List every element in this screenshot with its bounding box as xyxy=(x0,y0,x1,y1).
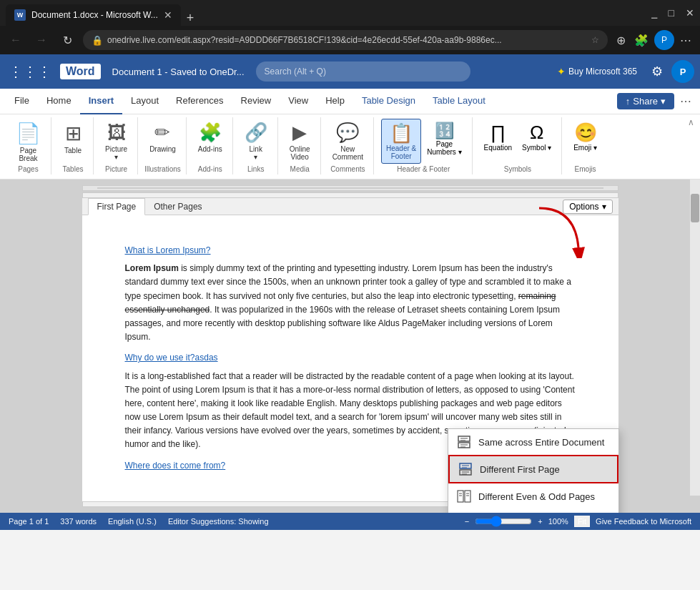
vertical-scrollbar[interactable] xyxy=(690,180,700,496)
same-doc-icon xyxy=(457,435,471,449)
heading2-link[interactable]: Why do we use it?asdas xyxy=(125,353,218,363)
forward-button[interactable]: → xyxy=(31,30,51,50)
tab-home[interactable]: Home xyxy=(38,89,80,114)
ribbon-group-header-footer: 📋 Header &Footer 🔢 PageNumbers ▾ Header … xyxy=(375,117,473,174)
user-avatar[interactable]: P xyxy=(671,60,694,83)
online-video-label: OnlineVideo xyxy=(290,145,310,161)
more-ribbon-icon[interactable]: ⋯ xyxy=(677,92,694,111)
word-favicon: W xyxy=(14,9,26,21)
office-search-input[interactable] xyxy=(256,62,470,82)
tab-references[interactable]: References xyxy=(167,89,232,114)
picture-group-label: Picture xyxy=(95,165,137,173)
more-tools-icon[interactable]: ⋯ xyxy=(677,31,694,50)
language-status: English (U.S.) xyxy=(108,517,157,526)
window-controls: ⎯ □ ✕ xyxy=(651,7,694,19)
options-btn-inner[interactable]: Options ▾ xyxy=(563,200,612,214)
even-odd-icon xyxy=(457,489,471,503)
para1-text: is simply dummy text of the printing and… xyxy=(125,263,571,300)
minimize-button[interactable]: ⎯ xyxy=(651,7,657,19)
picture-button[interactable]: 🖼 Picture▾ xyxy=(101,119,132,164)
share-button[interactable]: ↑ Share ▾ xyxy=(617,93,674,109)
equation-button[interactable]: ∏ Equation xyxy=(480,119,516,154)
options-chevron-icon: ▾ xyxy=(602,202,606,212)
drawing-button[interactable]: ✏ Drawing xyxy=(145,119,180,156)
options-label: Options xyxy=(569,202,598,212)
dropdown-item-diff-first[interactable]: Different First Page xyxy=(448,455,618,483)
svg-rect-13 xyxy=(458,491,463,502)
tab-review[interactable]: Review xyxy=(232,89,280,114)
header-footer-button[interactable]: 📋 Header &Footer xyxy=(381,119,421,164)
active-tab[interactable]: W Document 1.docx - Microsoft W... ✕ xyxy=(6,4,181,26)
page-break-button[interactable]: 📄 PageBreak xyxy=(11,119,45,165)
page-break-icon: 📄 xyxy=(16,122,41,145)
pages-group-label: Pages xyxy=(6,165,51,173)
link-button[interactable]: 🔗 Link▾ xyxy=(240,119,272,164)
scroll-thumb[interactable] xyxy=(691,194,699,222)
emoji-button[interactable]: 😊 Emoji ▾ xyxy=(569,119,601,154)
ribbon-expand-icon[interactable]: ∧ xyxy=(688,117,694,127)
ribbon-content: 📄 PageBreak Pages ⊞ Table Tables 🖼 Pictu xyxy=(0,114,700,179)
profile-icon[interactable]: P xyxy=(654,30,674,50)
symbol-icon: Ω xyxy=(530,122,543,144)
collections-icon[interactable]: ⊕ xyxy=(613,31,628,50)
tab-layout[interactable]: Layout xyxy=(122,89,167,114)
ribbon-group-links: 🔗 Link▾ Links xyxy=(235,117,278,174)
first-page-tab[interactable]: First Page xyxy=(88,198,146,215)
zoom-controls: − + 100% Fit Give Feedback to Microsoft xyxy=(465,516,691,527)
ribbon-group-pages: 📄 PageBreak Pages xyxy=(6,117,51,174)
fit-button[interactable]: Fit xyxy=(574,516,590,527)
heading1-link[interactable]: What is Lorem Ipsum? xyxy=(125,245,211,255)
options-button[interactable]: Options ▾ xyxy=(563,200,612,214)
dropdown-item-even-odd[interactable]: Different Even & Odd Pages xyxy=(448,483,618,509)
zoom-in-icon[interactable]: + xyxy=(538,517,542,526)
feedback-button[interactable]: Give Feedback to Microsoft xyxy=(596,517,691,526)
star-icon[interactable]: ☆ xyxy=(591,35,599,45)
back-button[interactable]: ← xyxy=(6,30,26,50)
browser-titlebar: W Document 1.docx - Microsoft W... ✕ + ⎯… xyxy=(0,0,700,26)
drawing-icon: ✏ xyxy=(154,122,170,144)
header-footer-icon: 📋 xyxy=(390,122,413,144)
tab-file[interactable]: File xyxy=(6,89,38,114)
tab-view[interactable]: View xyxy=(280,89,317,114)
other-pages-tab[interactable]: Other Pages xyxy=(145,199,210,215)
buy-microsoft-365-button[interactable]: ✦ Buy Microsoft 365 xyxy=(551,63,643,80)
picture-icon: 🖼 xyxy=(107,122,126,144)
close-button[interactable]: ✕ xyxy=(686,7,694,19)
symbol-button[interactable]: Ω Symbol ▾ xyxy=(518,119,556,154)
zoom-out-icon[interactable]: − xyxy=(465,517,469,526)
symbol-label: Symbol ▾ xyxy=(522,144,551,152)
new-tab-button[interactable]: + xyxy=(181,11,200,26)
ribbon-group-tables: ⊞ Table Tables xyxy=(53,117,94,174)
extensions-icon[interactable]: 🧩 xyxy=(631,31,651,50)
status-bar: Page 1 of 1 337 words English (U.S.) Edi… xyxy=(0,513,700,530)
tab-table-design[interactable]: Table Design xyxy=(353,89,424,114)
browser-addressbar: ← → ↻ 🔒 onedrive.live.com/edit.aspx?resi… xyxy=(0,26,700,54)
hf-tabs-row: First Page Other Pages Options ▾ xyxy=(82,198,618,215)
ribbon-group-comments: 💬 NewComment Comments xyxy=(322,117,374,174)
tab-close-btn[interactable]: ✕ xyxy=(164,9,172,21)
addins-button[interactable]: 🧩 Add-ins xyxy=(194,119,227,156)
zoom-slider[interactable] xyxy=(475,516,532,527)
word-logo[interactable]: Word xyxy=(60,64,101,79)
online-video-button[interactable]: ▶ OnlineVideo xyxy=(285,119,315,164)
ribbon-group-addins: 🧩 Add-ins Add-ins xyxy=(188,117,233,174)
apps-grid-icon[interactable]: ⋮⋮⋮ xyxy=(6,60,54,83)
address-bar[interactable]: 🔒 onedrive.live.com/edit.aspx?resid=A9DD… xyxy=(83,30,608,50)
svg-rect-14 xyxy=(465,491,470,502)
table-button[interactable]: ⊞ Table xyxy=(59,119,87,157)
refresh-button[interactable]: ↻ xyxy=(57,30,77,50)
page-numbers-button[interactable]: 🔢 PageNumbers ▾ xyxy=(423,119,465,159)
tab-table-layout[interactable]: Table Layout xyxy=(424,89,494,114)
tab-help[interactable]: Help xyxy=(317,89,353,114)
browser-action-icons: ⊕ 🧩 P ⋯ xyxy=(613,30,694,50)
header-footer-group-label: Header & Footer xyxy=(375,165,472,173)
dropdown-item-all-diff[interactable]: Different First, Even & Odd Pages xyxy=(448,509,618,513)
new-comment-button[interactable]: 💬 NewComment xyxy=(328,119,368,164)
heading3-link[interactable]: Where does it come from? xyxy=(125,461,226,471)
dropdown-item-same[interactable]: Same across Entire Document xyxy=(448,429,618,455)
settings-icon[interactable]: ⚙ xyxy=(649,61,666,82)
symbols-group-label: Symbols xyxy=(474,165,562,173)
link-label: Link▾ xyxy=(250,145,262,161)
maximize-button[interactable]: □ xyxy=(669,7,674,19)
tab-insert[interactable]: Insert xyxy=(80,89,122,114)
